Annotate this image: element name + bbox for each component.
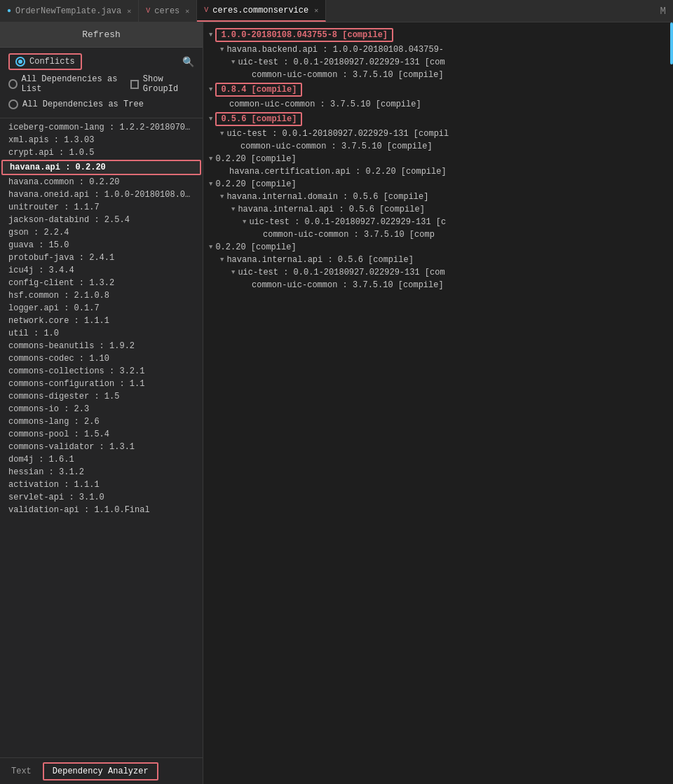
dep-list-item[interactable]: logger.api : 0.1.7 xyxy=(0,302,203,315)
tree-row-item[interactable]: common-uic-common : 3.7.5.10 [compile] xyxy=(203,140,673,153)
chevron-down-icon: ▼ xyxy=(243,219,246,226)
dep-list-item[interactable]: network.core : 1.1.1 xyxy=(0,315,203,327)
conflicts-label-text: Conflicts xyxy=(29,57,75,67)
dep-list-item[interactable]: havana.oneid.api : 1.0.0-20180108.043756… xyxy=(0,188,203,201)
dep-list-item[interactable]: xml.apis : 1.3.03 xyxy=(0,134,203,146)
all-deps-list-option[interactable]: All Dependencies as List xyxy=(8,74,125,94)
tab-close-common[interactable]: ✕ xyxy=(314,6,318,15)
tab-more-button[interactable]: M xyxy=(653,6,673,17)
tree-row-item[interactable]: ▼0.8.4 [compile] xyxy=(203,81,673,98)
all-deps-tree-label: All Dependencies as Tree xyxy=(22,99,144,109)
tree-row-item[interactable]: ▼uic-test : 0.0.1-20180927.022929-131 [c… xyxy=(203,266,673,279)
tab-label-common: ceres.commonservice xyxy=(212,6,308,15)
tree-row-item[interactable]: common-uic-common : 3.7.5.10 [compile] xyxy=(203,98,673,111)
chevron-down-icon: ▼ xyxy=(209,116,212,123)
tab-red-icon-common: V xyxy=(204,6,208,14)
tree-row-item[interactable]: ▼0.2.20 [compile] xyxy=(203,178,673,191)
chevron-down-icon: ▼ xyxy=(209,181,212,188)
show-groupid-option[interactable]: Show GroupId xyxy=(130,74,194,94)
dep-list-item[interactable]: activation : 1.1.1 xyxy=(0,479,203,491)
dep-list-item[interactable]: crypt.api : 1.0.5 xyxy=(0,146,203,159)
chevron-down-icon: ▼ xyxy=(220,46,224,53)
conflicts-radio xyxy=(15,57,25,67)
dep-list-item[interactable]: hsf.common : 2.1.0.8 xyxy=(0,289,203,302)
options-area: Conflicts 🔍 All Dependencies as List Sho… xyxy=(0,48,203,118)
all-deps-list-label: All Dependencies as List xyxy=(22,74,125,94)
tree-row-item[interactable]: ▼0.2.20 [compile] xyxy=(203,241,673,254)
dep-list-item[interactable]: commons-beanutils : 1.9.2 xyxy=(0,340,203,352)
dep-list-item[interactable]: jackson-databind : 2.5.4 xyxy=(0,214,203,226)
tree-row-item[interactable]: ▼0.5.6 [compile] xyxy=(203,111,673,128)
tree-row-item[interactable]: common-uic-common : 3.7.5.10 [compile] xyxy=(203,69,673,81)
dep-list-item[interactable]: havana.api : 0.2.20 xyxy=(1,160,201,175)
tab-label-order: OrderNewTemplate.java xyxy=(15,6,121,16)
tab-ceres[interactable]: V ceres ✕ xyxy=(139,0,197,22)
search-icon[interactable]: 🔍 xyxy=(182,56,194,68)
dep-list-item[interactable]: icu4j : 3.4.4 xyxy=(0,264,203,277)
refresh-button[interactable]: Refresh xyxy=(0,22,203,48)
tree-row-item[interactable]: ▼uic-test : 0.0.1-20180927.022929-131 [c… xyxy=(203,128,673,140)
dep-list-item[interactable]: commons-io : 2.3 xyxy=(0,403,203,415)
main-layout: Refresh Conflicts 🔍 All Dependencies as … xyxy=(0,22,673,784)
tree-row-item[interactable]: havana.certification.api : 0.2.20 [compi… xyxy=(203,165,673,178)
tree-row-item[interactable]: ▼havana.backend.api : 1.0.0-20180108.043… xyxy=(203,43,673,56)
dep-list-item[interactable]: commons-collections : 3.2.1 xyxy=(0,365,203,378)
tree-row-item[interactable]: ▼havana.internal.api : 0.5.6 [compile] xyxy=(203,203,673,216)
tree-row-item[interactable]: ▼0.2.20 [compile] xyxy=(203,153,673,165)
chevron-down-icon: ▼ xyxy=(209,244,212,251)
dep-list-item[interactable]: commons-validator : 1.3.1 xyxy=(0,441,203,453)
chevron-down-icon: ▼ xyxy=(209,86,212,93)
dep-list-item[interactable]: gson : 2.2.4 xyxy=(0,226,203,239)
dep-list-item[interactable]: commons-lang : 2.6 xyxy=(0,415,203,428)
dep-list-item[interactable]: iceberg-common-lang : 1.2.2-20180704.022… xyxy=(0,121,203,134)
dep-list-item[interactable]: commons-configuration : 1.1 xyxy=(0,378,203,390)
chevron-down-icon: ▼ xyxy=(209,156,212,163)
conflicts-option[interactable]: Conflicts xyxy=(8,53,82,70)
scroll-accent xyxy=(670,22,673,64)
dep-list-item[interactable]: hessian : 3.1.2 xyxy=(0,466,203,479)
dep-list-item[interactable]: unitrouter : 1.1.7 xyxy=(0,201,203,214)
dep-list-item[interactable]: commons-digester : 1.5 xyxy=(0,390,203,403)
tree-row-item[interactable]: ▼1.0.0-20180108.043755-8 [compile] xyxy=(203,27,673,43)
tab-close-order[interactable]: ✕ xyxy=(127,7,131,15)
chevron-down-icon: ▼ xyxy=(231,206,235,213)
tab-red-icon-ceres: V xyxy=(146,7,150,15)
tab-label-ceres: ceres xyxy=(154,6,179,16)
chevron-down-icon: ▼ xyxy=(220,193,224,200)
tree-row-item[interactable]: common-uic-common : 3.7.5.10 [comp xyxy=(203,228,673,241)
right-panel: ▼1.0.0-20180108.043755-8 [compile]▼havan… xyxy=(203,22,673,784)
show-groupid-checkbox[interactable] xyxy=(130,80,139,89)
conflicts-row: Conflicts 🔍 xyxy=(8,53,194,70)
show-groupid-label: Show GroupId xyxy=(143,74,194,94)
tree-row-item[interactable]: ▼havana.internal.api : 0.5.6 [compile] xyxy=(203,254,673,266)
dep-list-item[interactable]: havana.common : 0.2.20 xyxy=(0,176,203,188)
bottom-tabs: Text Dependency Analyzer xyxy=(0,757,203,784)
all-deps-tree-radio xyxy=(8,99,18,109)
tab-bar: ● OrderNewTemplate.java ✕ V ceres ✕ V ce… xyxy=(0,0,673,22)
dep-list-item[interactable]: config-client : 1.3.2 xyxy=(0,277,203,289)
tree-row-item[interactable]: common-uic-common : 3.7.5.10 [compile] xyxy=(203,279,673,291)
tree-row-item[interactable]: ▼uic-test : 0.0.1-20180927.022929-131 [c… xyxy=(203,56,673,69)
chevron-down-icon: ▼ xyxy=(220,256,224,263)
tree-row-item[interactable]: ▼uic-test : 0.0.1-20180927.022929-131 [c xyxy=(203,216,673,228)
dep-list-item[interactable]: protobuf-java : 2.4.1 xyxy=(0,252,203,264)
dependency-list: iceberg-common-lang : 1.2.2-20180704.022… xyxy=(0,118,203,757)
bottom-tab-text[interactable]: Text xyxy=(0,761,43,782)
all-deps-tree-option[interactable]: All Dependencies as Tree xyxy=(8,99,194,109)
tab-close-ceres[interactable]: ✕ xyxy=(185,7,189,15)
chevron-down-icon: ▼ xyxy=(231,269,235,276)
dep-list-item[interactable]: util : 1.0 xyxy=(0,327,203,340)
chevron-down-icon: ▼ xyxy=(231,59,235,66)
bottom-tab-dep-analyzer[interactable]: Dependency Analyzer xyxy=(43,762,158,780)
dep-list-item[interactable]: validation-api : 1.1.0.Final xyxy=(0,504,203,516)
tab-ceres-common[interactable]: V ceres.commonservice ✕ xyxy=(197,0,326,22)
dep-list-item[interactable]: dom4j : 1.6.1 xyxy=(0,453,203,466)
dep-list-item[interactable]: commons-codec : 1.10 xyxy=(0,352,203,365)
all-deps-list-radio xyxy=(8,79,18,89)
tab-order-template[interactable]: ● OrderNewTemplate.java ✕ xyxy=(0,0,139,22)
chevron-down-icon: ▼ xyxy=(209,32,212,39)
dep-list-item[interactable]: servlet-api : 3.1.0 xyxy=(0,491,203,504)
tree-row-item[interactable]: ▼havana.internal.domain : 0.5.6 [compile… xyxy=(203,191,673,203)
dep-list-item[interactable]: guava : 15.0 xyxy=(0,239,203,252)
dep-list-item[interactable]: commons-pool : 1.5.4 xyxy=(0,428,203,441)
